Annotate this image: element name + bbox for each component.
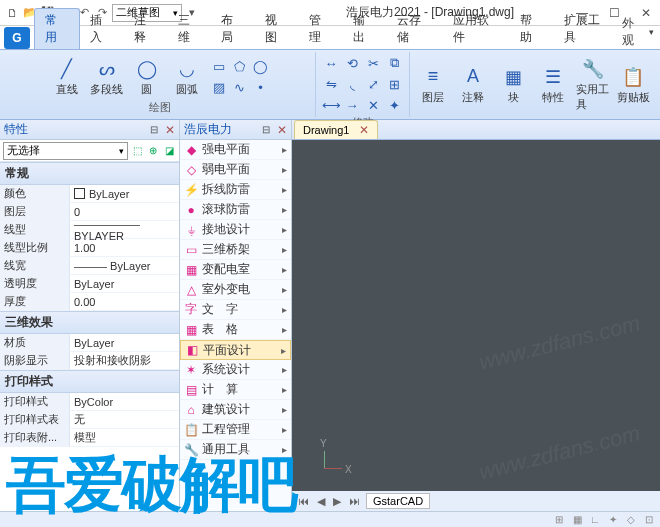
ribbon-tab-view[interactable]: 视图	[255, 9, 299, 49]
chevron-right-icon: ▸	[281, 345, 286, 356]
pickadd-icon[interactable]: ⊕	[146, 144, 160, 158]
tab-nav-first[interactable]: ⏮	[296, 495, 311, 507]
side-menu-item[interactable]: 字文 字▸	[180, 300, 291, 320]
document-tab[interactable]: Drawing1 ✕	[294, 120, 378, 139]
prop-row: 颜色ByLayer	[0, 185, 179, 203]
utility-button[interactable]: 🔧实用工具	[576, 57, 610, 112]
selection-combo[interactable]: 无选择 ▾	[3, 142, 128, 160]
prop-color-value[interactable]: ByLayer	[70, 185, 179, 203]
tab-nav-next[interactable]: ▶	[331, 495, 343, 508]
ribbon-tab-output[interactable]: 输出	[343, 9, 387, 49]
prop-thickness-value[interactable]: 0.00	[70, 293, 179, 311]
hatch-icon[interactable]: ▨	[210, 78, 228, 96]
rect-icon[interactable]: ▭	[210, 57, 228, 75]
new-icon[interactable]: 🗋	[4, 5, 20, 21]
selectobj-icon[interactable]: ◪	[162, 144, 176, 158]
explode-icon[interactable]: ✦	[385, 96, 403, 114]
circle-button[interactable]: ◯圆	[130, 57, 164, 97]
array-icon[interactable]: ⊞	[385, 75, 403, 93]
side-menu-item[interactable]: ▦变配电室▸	[180, 260, 291, 280]
ellipse-icon[interactable]: ◯	[252, 57, 270, 75]
ribbon-tab-apps[interactable]: 应用软件	[443, 9, 511, 49]
side-menu-item[interactable]: ⚡拆线防雷▸	[180, 180, 291, 200]
clipboard-button[interactable]: 📋剪贴板	[616, 65, 650, 105]
doc-tab-label: Drawing1	[303, 124, 349, 136]
ortho-icon[interactable]: ∟	[588, 513, 602, 527]
side-menu-item[interactable]: 📋工程管理▸	[180, 420, 291, 440]
color-swatch	[74, 188, 85, 199]
side-menu-item[interactable]: ⏚接地设计▸	[180, 220, 291, 240]
mirror-icon[interactable]: ⇋	[322, 75, 340, 93]
annotate-button[interactable]: A注释	[456, 65, 490, 105]
side-menu-item[interactable]: ▤计 算▸	[180, 380, 291, 400]
side-menu-item[interactable]: ◇弱电平面▸	[180, 160, 291, 180]
layer-button[interactable]: ≡图层	[416, 65, 450, 105]
spline-icon[interactable]: ∿	[231, 78, 249, 96]
copy-icon[interactable]: ⧉	[385, 54, 403, 72]
model-tab[interactable]: GstarCAD	[366, 493, 430, 509]
tab-nav-last[interactable]: ⏭	[347, 495, 362, 507]
tab-nav-prev[interactable]: ◀	[315, 495, 327, 508]
close-panel-icon[interactable]: ✕	[277, 122, 287, 136]
prop-linetype-value[interactable]: —————— BYLAYER	[70, 221, 179, 239]
prop-material-value[interactable]: ByLayer	[70, 334, 179, 352]
ribbon-tab-manage[interactable]: 管理	[299, 9, 343, 49]
ribbon-tab-3d[interactable]: 三维	[168, 9, 212, 49]
app-logo[interactable]: G	[4, 27, 30, 49]
prop-ltscale-value[interactable]: 1.00	[70, 239, 179, 257]
fillet-icon[interactable]: ◟	[343, 75, 361, 93]
side-menu-item[interactable]: ◧平面设计▸	[180, 340, 291, 360]
close-panel-icon[interactable]: ✕	[165, 122, 175, 136]
rotate-icon[interactable]: ⟲	[343, 54, 361, 72]
ribbon-tab-ext[interactable]: 扩展工具	[554, 9, 622, 49]
prop-plotstyle-value[interactable]: ByColor	[70, 393, 179, 411]
group-general[interactable]: 常规	[0, 162, 179, 185]
dyn-icon[interactable]: ⊡	[642, 513, 656, 527]
pin-icon[interactable]: ⊟	[258, 122, 274, 138]
ribbon-tab-home[interactable]: 常用	[34, 8, 80, 49]
trim-icon[interactable]: ✂	[364, 54, 382, 72]
drawing-canvas[interactable]: www.zdfans.com www.zdfans.com Y X ⏮ ◀ ▶ …	[292, 140, 660, 511]
panel-body: ╱直线 ᔕ多段线 ◯圆 ◡圆弧 ▭ ⬠ ◯ ▨ ∿ •	[50, 54, 270, 99]
side-menu-item[interactable]: ◆强电平面▸	[180, 140, 291, 160]
pin-icon[interactable]: ⊟	[146, 122, 162, 138]
block-button[interactable]: ▦块	[496, 65, 530, 105]
polyline-button[interactable]: ᔕ多段线	[90, 57, 124, 97]
quickselect-icon[interactable]: ⬚	[130, 144, 144, 158]
move-icon[interactable]: ↔	[322, 54, 340, 72]
prop-plotmisc-value[interactable]: 模型	[70, 429, 179, 447]
close-doc-icon[interactable]: ✕	[359, 123, 369, 137]
prop-shadow-value[interactable]: 投射和接收阴影	[70, 352, 179, 370]
snap-icon[interactable]: ⊞	[552, 513, 566, 527]
document-tab-bar: Drawing1 ✕	[292, 120, 660, 140]
side-menu-item[interactable]: ▭三维桥架▸	[180, 240, 291, 260]
osnap-icon[interactable]: ◇	[624, 513, 638, 527]
side-menu-item[interactable]: ⌂建筑设计▸	[180, 400, 291, 420]
group-plot[interactable]: 打印样式	[0, 370, 179, 393]
ribbon-tab-layout[interactable]: 布局	[211, 9, 255, 49]
side-menu-item[interactable]: △室外变电▸	[180, 280, 291, 300]
arc-button[interactable]: ◡圆弧	[170, 57, 204, 97]
scale-icon[interactable]: ⤢	[364, 75, 382, 93]
side-menu-item[interactable]: ●滚球防雷▸	[180, 200, 291, 220]
point-icon[interactable]: •	[252, 78, 270, 96]
prop-plottable-value[interactable]: 无	[70, 411, 179, 429]
prop-transparency-value[interactable]: ByLayer	[70, 275, 179, 293]
side-menu-item[interactable]: ✶系统设计▸	[180, 360, 291, 380]
extend-icon[interactable]: →	[343, 96, 361, 114]
side-menu-item[interactable]: ▦表 格▸	[180, 320, 291, 340]
ribbon-tab-cloud[interactable]: 云存储	[387, 9, 443, 49]
prop-lineweight-value[interactable]: ——— ByLayer	[70, 257, 179, 275]
ribbon-tab-annotate[interactable]: 注释	[124, 9, 168, 49]
grid-icon[interactable]: ▦	[570, 513, 584, 527]
line-button[interactable]: ╱直线	[50, 57, 84, 97]
group-visual[interactable]: 三维效果	[0, 311, 179, 334]
erase-icon[interactable]: ✕	[364, 96, 382, 114]
ribbon-tab-insert[interactable]: 插入	[80, 9, 124, 49]
polygon-icon[interactable]: ⬠	[231, 57, 249, 75]
appearance-dropdown[interactable]: 外观 ▾	[622, 15, 654, 49]
polar-icon[interactable]: ✦	[606, 513, 620, 527]
stretch-icon[interactable]: ⟷	[322, 96, 340, 114]
properties-button[interactable]: ☰特性	[536, 65, 570, 105]
ribbon-tab-help[interactable]: 帮助	[510, 9, 554, 49]
